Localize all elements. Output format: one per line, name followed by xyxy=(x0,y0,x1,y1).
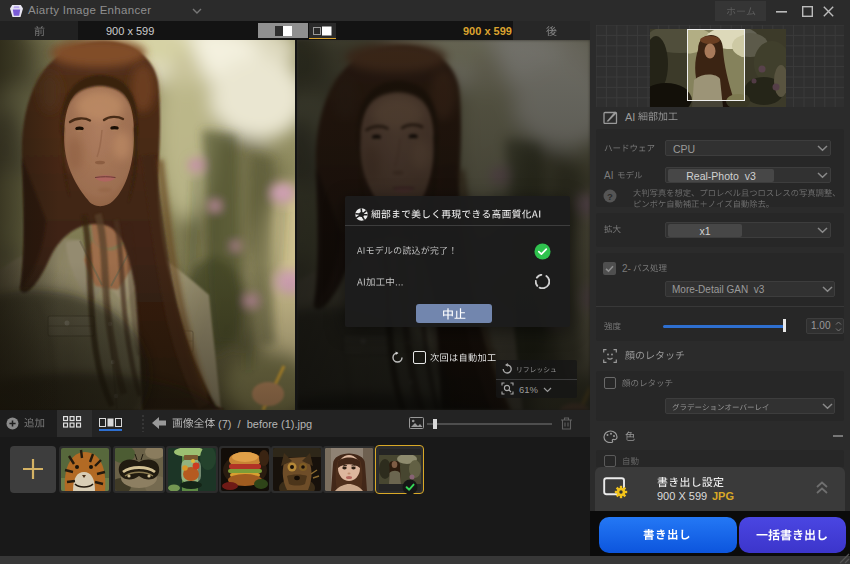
svg-text:?: ? xyxy=(607,191,613,202)
